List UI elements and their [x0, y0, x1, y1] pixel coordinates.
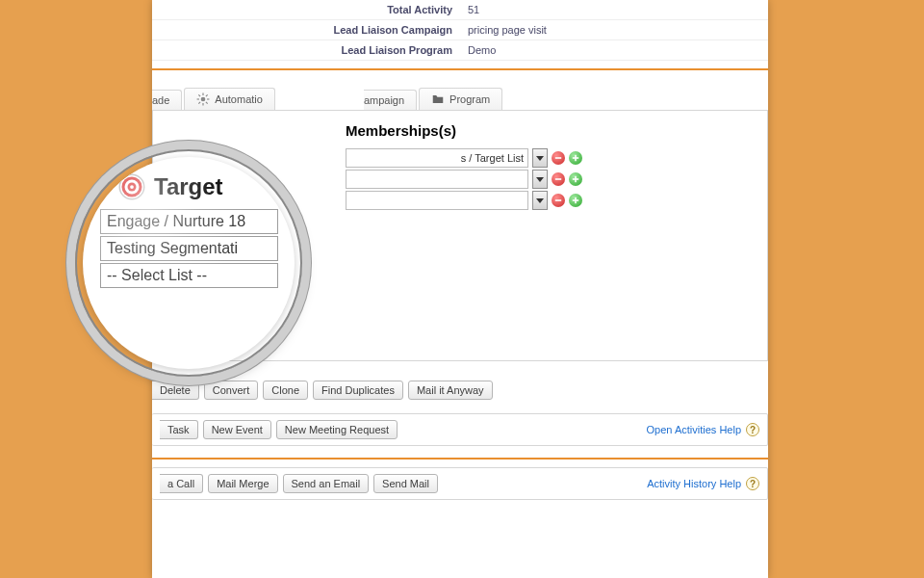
list-select[interactable] [346, 170, 528, 189]
info-row: Lead Liaison Campaign pricing page visit [152, 20, 768, 40]
remove-row-button[interactable] [552, 172, 565, 186]
svg-rect-20 [573, 199, 578, 201]
svg-line-6 [206, 102, 208, 104]
magnifier-option-text: Testing Segmentati [107, 240, 238, 257]
log-a-call-button[interactable]: a Call [160, 474, 203, 493]
magnifier-select[interactable]: Testing Segmentati [100, 236, 278, 261]
help-link-text: Activity History Help [647, 478, 741, 489]
list-select-text: s / Target List [461, 152, 524, 164]
lead-info-table: Total Activity 51 Lead Liaison Campaign … [152, 0, 768, 61]
find-duplicates-button[interactable]: Find Duplicates [313, 381, 403, 400]
task-button[interactable]: Task [160, 420, 198, 439]
open-activities-section: Task New Event New Meeting Request Open … [152, 413, 768, 446]
magnifier-lens: Target Engage / Nurture 18 Testing Segme… [83, 157, 295, 369]
info-value: pricing page visit [460, 20, 768, 40]
info-row: Lead Liaison Program Demo [152, 40, 768, 61]
open-activities-help-link[interactable]: Open Activities Help ? [647, 423, 759, 436]
info-value: 51 [460, 0, 768, 20]
tab-automation[interactable]: Automatio [184, 88, 275, 110]
info-label: Lead Liaison Campaign [152, 20, 460, 40]
convert-button[interactable]: Convert [204, 381, 259, 400]
svg-rect-12 [555, 157, 561, 159]
add-row-button[interactable] [569, 172, 582, 186]
info-label: Total Activity [152, 0, 460, 20]
add-row-button[interactable] [569, 194, 582, 207]
tab-program[interactable]: Program [419, 88, 502, 110]
send-an-email-button[interactable]: Send an Email [283, 474, 370, 493]
membership-row: s / Target List [346, 148, 757, 168]
divider [152, 68, 768, 70]
memberships-heading: Memberships(s) [346, 122, 757, 139]
target-icon [117, 172, 146, 201]
membership-rows: s / Target List [346, 148, 757, 210]
tab-row: ade Automatio ampaign Program [152, 84, 768, 111]
remove-row-button[interactable] [552, 194, 565, 207]
info-value: Demo [460, 40, 768, 61]
help-icon: ? [746, 423, 759, 436]
activity-history-help-link[interactable]: Activity History Help ? [647, 477, 759, 490]
membership-row [346, 191, 757, 210]
tab-label: Program [449, 93, 490, 105]
open-activities-buttons: Task New Event New Meeting Request [160, 420, 398, 439]
new-event-button[interactable]: New Event [203, 420, 271, 439]
tab-label: ampaign [364, 94, 404, 106]
tab-campaign[interactable]: ampaign [364, 90, 417, 110]
help-link-text: Open Activities Help [647, 424, 741, 435]
send-mail-button[interactable]: Send Mail [373, 474, 438, 493]
dropdown-button[interactable] [532, 170, 548, 189]
new-meeting-request-button[interactable]: New Meeting Request [276, 420, 398, 439]
magnifier-select[interactable]: Engage / Nurture 18 [100, 209, 278, 234]
magnifier-title: Target [154, 173, 223, 200]
memberships-heading-text: Memberships(s) [346, 122, 456, 139]
chevron-down-icon [536, 198, 544, 203]
tab-label: ade [152, 94, 169, 106]
clone-button[interactable]: Clone [263, 381, 308, 400]
dropdown-button[interactable] [532, 191, 548, 210]
chevron-down-icon [536, 177, 544, 182]
dropdown-button[interactable] [532, 148, 548, 168]
svg-rect-15 [555, 178, 561, 180]
magnifier-option-text: -- Select List -- [107, 267, 207, 284]
svg-line-7 [199, 102, 201, 104]
svg-rect-17 [573, 178, 578, 180]
chevron-down-icon [536, 156, 544, 161]
folder-icon [431, 92, 445, 106]
add-row-button[interactable] [569, 151, 582, 165]
mail-it-anyway-button[interactable]: Mail it Anyway [408, 381, 493, 400]
magnifier-list: Engage / Nurture 18 Testing Segmentati -… [100, 209, 289, 288]
svg-point-0 [201, 97, 206, 102]
magnifier-option-text: Engage / Nurture 18 [107, 213, 245, 230]
magnifier-select[interactable]: -- Select List -- [100, 263, 278, 288]
mail-merge-button[interactable]: Mail Merge [208, 474, 277, 493]
tab-label: Automatio [215, 93, 263, 105]
info-row: Total Activity 51 [152, 0, 768, 20]
record-actions: Delete Convert Clone Find Duplicates Mai… [152, 381, 768, 400]
remove-row-button[interactable] [552, 151, 565, 165]
magnifier-overlay: Target Engage / Nurture 18 Testing Segme… [83, 157, 295, 369]
tab-grade[interactable]: ade [152, 90, 182, 110]
help-icon: ? [746, 477, 759, 490]
svg-rect-18 [555, 199, 561, 201]
svg-line-5 [199, 94, 201, 96]
delete-button[interactable]: Delete [152, 381, 199, 400]
activity-history-buttons: a Call Mail Merge Send an Email Send Mai… [160, 474, 438, 493]
list-select[interactable] [346, 191, 528, 210]
membership-row [346, 170, 757, 189]
activity-history-section: a Call Mail Merge Send an Email Send Mai… [152, 467, 768, 500]
divider [152, 458, 768, 460]
info-label: Lead Liaison Program [152, 40, 460, 61]
svg-rect-14 [573, 157, 578, 159]
gear-icon [196, 92, 210, 106]
svg-point-25 [130, 185, 134, 189]
list-select[interactable]: s / Target List [346, 148, 528, 168]
svg-line-8 [206, 94, 208, 96]
